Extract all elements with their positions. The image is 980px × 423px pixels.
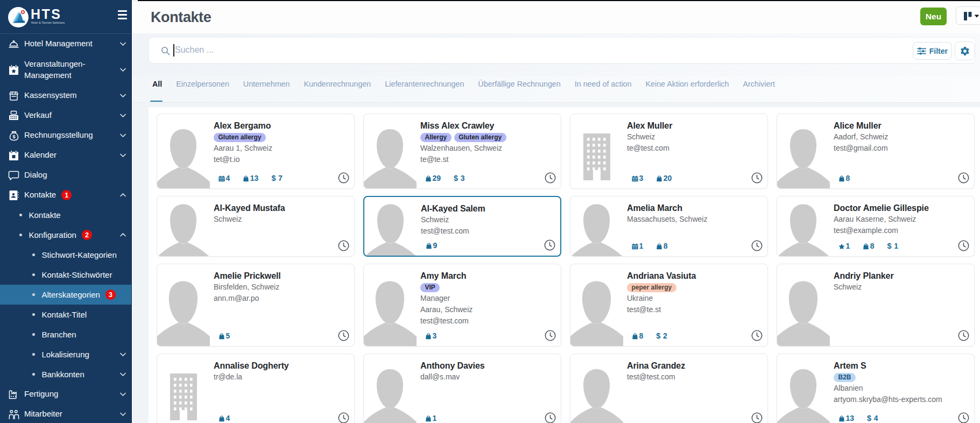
svg-text:$: $ <box>12 134 15 139</box>
